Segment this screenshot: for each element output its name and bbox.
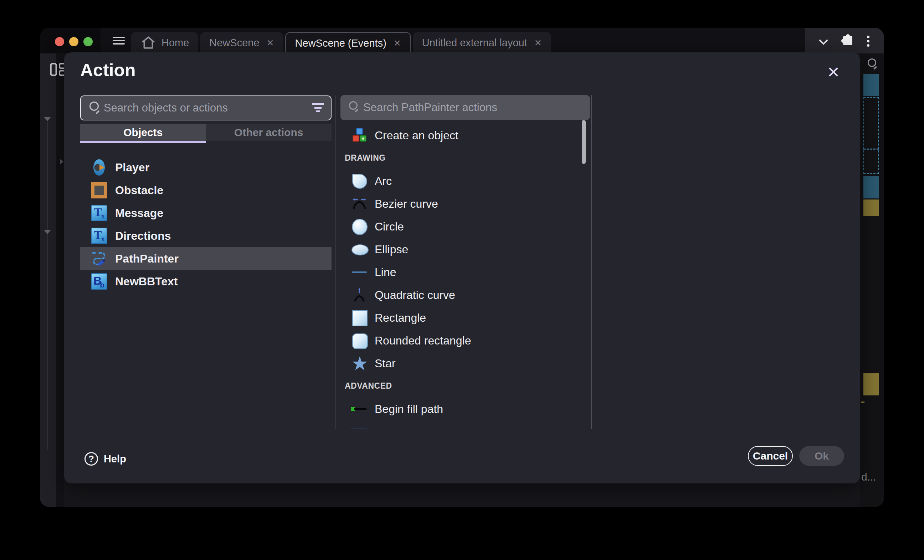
begin-fill-icon <box>351 401 368 417</box>
app-window: d... HomeNewSceneNewScene (Events)Untitl… <box>40 28 884 507</box>
tab-label: NewScene (Events) <box>295 37 386 49</box>
action-label: Circle <box>375 220 404 233</box>
tree-collapse-icon <box>44 117 51 121</box>
action-label: Line <box>375 266 396 279</box>
tab-label: Untitled external layout <box>422 37 527 49</box>
text-icon <box>91 205 107 221</box>
ok-button[interactable]: Ok <box>799 446 844 466</box>
circle-icon <box>351 219 368 235</box>
left-panel-tabs: ObjectsOther actions <box>80 124 332 141</box>
action-label: Create an object <box>375 129 458 142</box>
object-row-directions[interactable]: Directions <box>80 225 332 247</box>
extensions-puzzle-icon[interactable] <box>843 36 852 45</box>
help-button[interactable]: Help <box>84 452 126 466</box>
panel-divider <box>591 95 592 429</box>
tab-newscene[interactable]: NewScene <box>200 32 283 54</box>
panel-divider <box>335 96 336 429</box>
home-icon <box>140 34 156 51</box>
arc-icon <box>351 173 368 189</box>
partial-icon <box>351 428 367 429</box>
object-row-message[interactable]: Message <box>80 202 332 225</box>
tab-close-icon[interactable] <box>392 39 401 48</box>
rectangle-icon <box>351 310 368 326</box>
help-label: Help <box>104 453 126 465</box>
tab-other-actions[interactable]: Other actions <box>206 124 332 141</box>
quadratic-icon <box>351 287 368 303</box>
kebab-menu-icon[interactable] <box>867 36 870 38</box>
objects-search-input[interactable] <box>100 102 312 114</box>
minimize-window-button[interactable] <box>69 37 78 46</box>
tab-objects[interactable]: Objects <box>80 124 206 141</box>
close-icon[interactable] <box>824 62 843 82</box>
main-menu-icon[interactable] <box>112 37 125 45</box>
object-row-pathpainter[interactable]: PathPainter <box>80 247 332 270</box>
action-item-line[interactable]: Line <box>340 261 583 284</box>
tab-home[interactable]: Home <box>131 32 198 54</box>
ellipse-icon <box>351 241 368 258</box>
object-row-newbbtext[interactable]: NewBBText <box>80 270 332 293</box>
object-label: Obstacle <box>115 184 163 197</box>
object-label: NewBBText <box>115 275 177 288</box>
close-window-button[interactable] <box>55 37 64 46</box>
tab-untitled-external-layout[interactable]: Untitled external layout <box>413 32 551 54</box>
action-label: Begin fill path <box>375 403 443 416</box>
scrollbar-thumb[interactable] <box>582 120 586 164</box>
action-item-rectangle[interactable]: Rectangle <box>340 306 583 329</box>
action-item-begin-fill-path[interactable]: Begin fill path <box>340 398 583 420</box>
action-item-ellipse[interactable]: Ellipse <box>340 238 583 261</box>
background-right-panel: d... <box>860 54 884 507</box>
object-label: Directions <box>115 229 171 243</box>
action-item-star[interactable]: Star <box>340 352 583 375</box>
action-item-partial[interactable] <box>340 420 583 429</box>
cancel-button[interactable]: Cancel <box>748 446 793 466</box>
event-block <box>863 199 879 216</box>
filter-icon[interactable] <box>312 103 324 112</box>
objects-search-box <box>80 96 332 120</box>
actions-search-input[interactable] <box>360 101 590 114</box>
editor-tabs: HomeNewSceneNewScene (Events)Untitled ex… <box>131 32 553 54</box>
action-label: Bezier curve <box>375 198 438 211</box>
action-item-arc[interactable]: Arc <box>340 169 583 192</box>
action-item-circle[interactable]: Circle <box>340 215 583 238</box>
event-block <box>863 176 879 198</box>
star-icon <box>351 355 368 371</box>
player-icon <box>91 159 107 176</box>
actions-search-box <box>340 95 590 120</box>
help-icon <box>84 452 98 466</box>
titlebar: HomeNewSceneNewScene (Events)Untitled ex… <box>40 28 884 54</box>
search-icon <box>90 102 100 114</box>
object-label: Message <box>115 207 163 220</box>
dialog-title: Action <box>80 60 136 81</box>
action-item-quadratic-curve[interactable]: Quadratic curve <box>340 284 583 306</box>
background-left-panel <box>40 54 64 507</box>
zoom-window-button[interactable] <box>83 37 93 46</box>
line-icon <box>351 264 368 280</box>
rounded-rectangle-icon <box>351 332 368 349</box>
action-item-create-an-object[interactable]: Create an object <box>340 124 583 147</box>
titlebar-actions <box>805 28 884 54</box>
action-label: Rectangle <box>375 311 426 325</box>
text-icon <box>91 228 107 244</box>
traffic-light-zone <box>40 28 100 54</box>
tab-newscene-events[interactable]: NewScene (Events) <box>285 32 411 54</box>
action-dialog: Action ObjectsOther actions PlayerObstac… <box>64 52 860 484</box>
action-item-rounded-rectangle[interactable]: Rounded rectangle <box>340 329 583 352</box>
object-label: Player <box>115 161 149 174</box>
object-row-player[interactable]: Player <box>80 156 332 179</box>
section-header-drawing: DRAWING <box>340 150 583 166</box>
bezier-icon <box>351 196 368 212</box>
action-list: Create an objectDRAWINGArcBezier curveCi… <box>340 124 583 429</box>
action-item-bezier-curve[interactable]: Bezier curve <box>340 192 583 215</box>
chevron-down-icon[interactable] <box>819 36 828 45</box>
pathpainter-icon <box>91 250 107 267</box>
obstacle-icon <box>91 182 107 198</box>
tab-close-icon[interactable] <box>264 39 274 47</box>
bbtext-icon <box>91 273 107 290</box>
action-label: Quadratic curve <box>375 289 455 302</box>
action-label: Ellipse <box>375 243 408 256</box>
tab-close-icon[interactable] <box>532 39 542 47</box>
object-row-obstacle[interactable]: Obstacle <box>80 179 332 202</box>
event-selection-dashed <box>863 97 879 174</box>
truncated-background-text: d... <box>861 471 876 483</box>
tree-line <box>47 122 48 449</box>
